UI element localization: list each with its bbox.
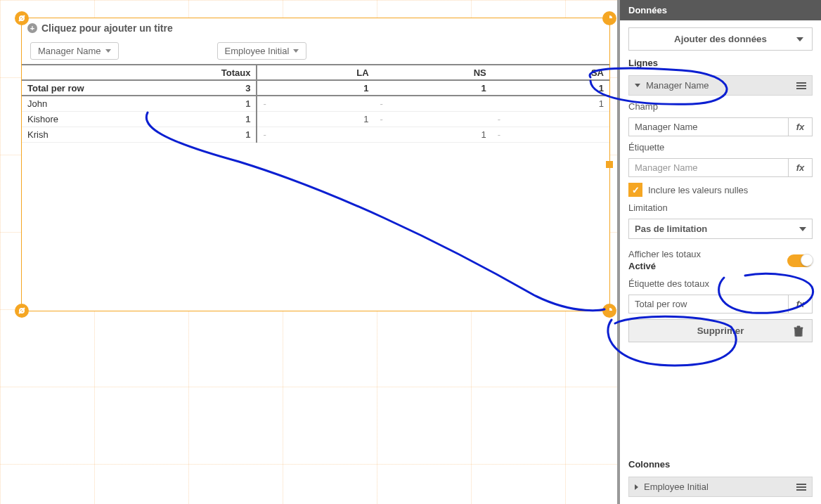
table-row[interactable]: Kishore 1 1 - - xyxy=(22,111,609,127)
col-header[interactable] xyxy=(22,65,139,80)
resize-handle-br[interactable] xyxy=(602,304,616,318)
pivot-chart-object[interactable]: + Cliquez pour ajouter un titre Manager … xyxy=(21,18,610,311)
chevron-down-icon xyxy=(799,227,806,231)
chevron-down-icon xyxy=(796,37,803,41)
properties-panel: Données Ajouter des données Lignes Manag… xyxy=(617,0,821,504)
fx-button[interactable]: fx xyxy=(789,295,813,314)
add-data-button[interactable]: Ajouter des données xyxy=(628,27,813,51)
label-limitation: Limitation xyxy=(628,202,813,213)
col-header[interactable]: NS xyxy=(375,65,492,80)
champ-input[interactable] xyxy=(628,117,789,136)
accordion-employee-initial[interactable]: Employee Initial xyxy=(628,477,813,497)
table-row[interactable]: John 1 - - 1 xyxy=(22,96,609,111)
trash-icon xyxy=(794,325,803,337)
etiquette-input[interactable] xyxy=(628,158,789,177)
label-show-totals: Afficher les totaux xyxy=(628,249,701,259)
include-nulls-label: Inclure les valeurs nulles xyxy=(648,185,748,195)
label-totals-etiquette: Étiquette des totaux xyxy=(628,278,813,289)
delete-button[interactable]: Supprimer xyxy=(628,319,813,342)
menu-icon[interactable] xyxy=(796,82,806,89)
svg-rect-5 xyxy=(794,328,803,329)
section-label-rows: Lignes xyxy=(628,56,813,70)
accordion-manager-name[interactable]: Manager Name xyxy=(628,75,813,96)
pivot-table[interactable]: Totaux LA NS SA Total per row 3 1 1 1 Jo… xyxy=(22,64,609,143)
toggle-status: Activé xyxy=(628,259,701,273)
totals-label-input[interactable] xyxy=(628,295,789,314)
chevron-right-icon xyxy=(635,484,638,490)
chevron-down-icon xyxy=(635,84,640,87)
include-nulls-checkbox[interactable]: ✓ xyxy=(628,183,642,197)
resize-handle-tl[interactable] xyxy=(15,11,29,25)
chart-title-placeholder[interactable]: + Cliquez pour ajouter un titre xyxy=(22,18,609,38)
section-label-columns: Colonnes xyxy=(628,458,813,471)
fx-button[interactable]: fx xyxy=(789,158,813,177)
dimension-pill-manager[interactable]: Manager Name xyxy=(30,42,119,60)
col-header[interactable]: SA xyxy=(492,65,609,80)
label-etiquette: Étiquette xyxy=(628,142,813,153)
dimension-pill-employee[interactable]: Employee Initial xyxy=(217,42,307,60)
resize-handle-mr[interactable] xyxy=(606,161,613,168)
chevron-down-icon xyxy=(293,49,299,53)
chevron-down-icon xyxy=(105,49,111,53)
plus-icon: + xyxy=(27,23,37,33)
resize-handle-bl[interactable] xyxy=(15,304,29,318)
panel-header-data[interactable]: Données xyxy=(620,0,821,20)
limitation-select[interactable]: Pas de limitation xyxy=(628,219,813,239)
col-header[interactable]: LA xyxy=(257,65,374,80)
show-totals-toggle[interactable] xyxy=(787,254,813,267)
svg-rect-6 xyxy=(797,326,800,328)
col-header-totaux[interactable]: Totaux xyxy=(139,65,257,80)
label-champ: Champ xyxy=(628,101,813,112)
table-row[interactable]: Krish 1 - 1 - xyxy=(22,127,609,142)
table-row-total[interactable]: Total per row 3 1 1 1 xyxy=(22,80,609,96)
menu-icon[interactable] xyxy=(796,484,806,491)
fx-button[interactable]: fx xyxy=(789,117,813,136)
resize-handle-tr[interactable] xyxy=(602,11,616,25)
